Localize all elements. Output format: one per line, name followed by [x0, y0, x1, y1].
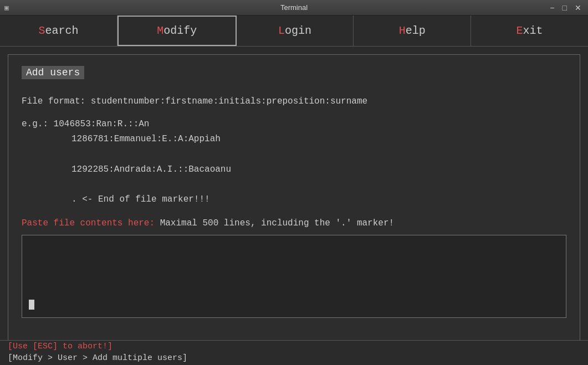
- path-status: [Modify > User > Add multiple users]: [0, 352, 588, 365]
- menu-red-letter-exit: E: [517, 24, 523, 37]
- terminal-icon: ▣: [4, 3, 9, 12]
- paste-label-line: Paste file contents here: Maximal 500 li…: [22, 218, 566, 228]
- menu-item-search[interactable]: Search: [0, 16, 117, 46]
- paste-label-white: Maximal 500 lines, including the '.' mar…: [155, 218, 394, 228]
- menu-label-search-rest: earch: [45, 24, 78, 37]
- example-block: e.g.: 1046853:Ran:R.::An 1286781:Emmanue…: [22, 117, 566, 207]
- file-format-info: File format: studentnumber:firstname:ini…: [22, 95, 566, 108]
- menu-bar: Search Modify Login Help Exit: [0, 16, 588, 47]
- menu-red-letter-search: S: [38, 24, 45, 37]
- menu-item-help[interactable]: Help: [354, 16, 471, 46]
- minimize-button[interactable]: −: [548, 3, 556, 12]
- window-controls: − □ ✕: [548, 3, 584, 12]
- menu-label-help-rest: elp: [406, 24, 426, 37]
- menu-red-letter-modify: M: [157, 24, 163, 37]
- example-line-4: . <- End of file marker!!!: [71, 192, 566, 207]
- example-eg-label: e.g.:: [22, 119, 54, 129]
- paste-textarea[interactable]: [22, 235, 566, 318]
- example-line-3: 1292285:Andrada:A.I.::Bacaoanu: [71, 162, 566, 177]
- menu-red-letter-help: H: [399, 24, 406, 37]
- example-line-1: 1046853:Ran:R.::An: [54, 119, 150, 129]
- escape-status: [Use [ESC] to abort!]: [0, 340, 588, 352]
- status-bars: [Use [ESC] to abort!] [Modify > User > A…: [0, 340, 588, 365]
- menu-label-login-rest: ogin: [285, 24, 311, 37]
- menu-red-letter-login: L: [278, 24, 285, 37]
- main-content-area: Add users File format: studentnumber:fir…: [8, 54, 580, 348]
- menu-label-exit-rest: xit: [523, 24, 543, 37]
- menu-item-modify[interactable]: Modify: [117, 16, 237, 46]
- cursor-indicator: [29, 300, 34, 310]
- close-button[interactable]: ✕: [572, 3, 584, 12]
- paste-label-red: Paste file contents here:: [22, 218, 155, 228]
- title-bar: ▣ Terminal − □ ✕: [0, 0, 588, 16]
- menu-item-login[interactable]: Login: [237, 16, 354, 46]
- menu-label-modify-rest: odify: [163, 24, 197, 37]
- window-title: Terminal: [280, 3, 308, 12]
- menu-item-exit[interactable]: Exit: [471, 16, 588, 46]
- restore-button[interactable]: □: [560, 3, 569, 12]
- example-line-2: 1286781:Emmanuel:E.:A:Appiah: [71, 132, 566, 147]
- add-users-title: Add users: [22, 66, 84, 79]
